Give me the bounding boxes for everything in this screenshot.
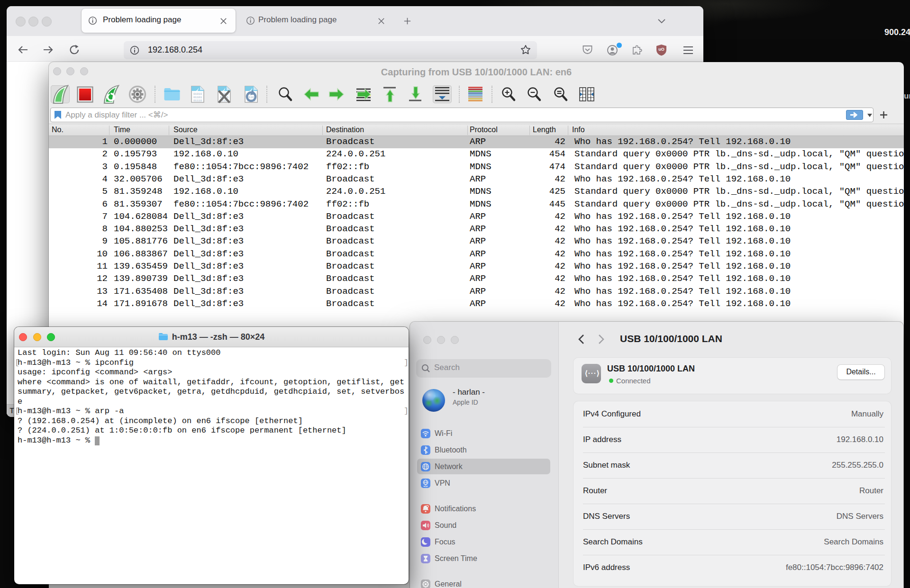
svg-text:01101: 01101 (193, 96, 202, 99)
svg-text:01010: 01010 (193, 92, 202, 96)
svg-text:01110: 01110 (193, 99, 202, 102)
svg-text:uO: uO (658, 47, 664, 52)
